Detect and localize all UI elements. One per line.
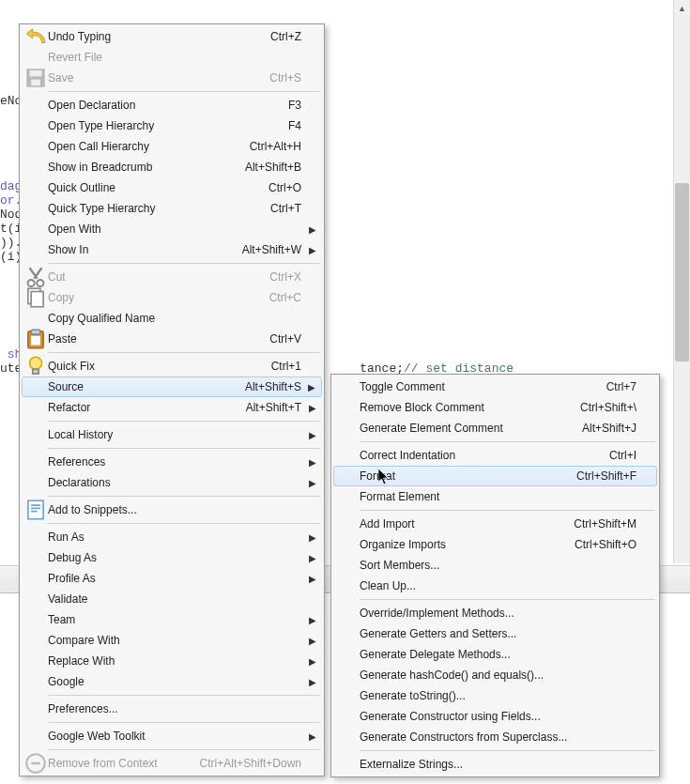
menu-item-label: Source: [48, 380, 217, 393]
main_menu-item-quick-type-hierarchy[interactable]: Quick Type HierarchyCtrl+T: [22, 198, 322, 219]
sub_menu-item-generate-element-comment[interactable]: Generate Element CommentAlt+Shift+J: [333, 418, 657, 438]
menu-item-label: Declarations: [48, 476, 301, 489]
menu-item-label: Generate Getters and Setters...: [360, 627, 636, 640]
main_menu-item-profile-as[interactable]: Profile As▶: [22, 568, 322, 589]
scroll-thumb[interactable]: [675, 183, 689, 361]
menu-item-label: Format Element: [360, 490, 636, 503]
main_menu-item-google-web-toolkit[interactable]: Google Web Toolkit▶: [22, 726, 322, 746]
sub_menu-item-correct-indentation[interactable]: Correct IndentationCtrl+I: [333, 445, 657, 466]
menu-item-label: References: [48, 455, 301, 469]
main_menu-item-debug-as[interactable]: Debug As▶: [22, 547, 322, 568]
main_menu-item-quick-outline[interactable]: Quick OutlineCtrl+O: [22, 177, 322, 198]
chevron-right-icon: ▶: [309, 430, 316, 440]
main_menu-item-refactor[interactable]: RefactorAlt+Shift+T▶: [22, 397, 322, 418]
main_menu-item-validate[interactable]: Validate: [22, 589, 322, 609]
main_menu-item-local-history[interactable]: Local History▶: [22, 424, 322, 445]
sub_menu-item-generate-getters-and-setters[interactable]: Generate Getters and Setters...: [333, 623, 657, 644]
menu-item-label: Open Type Hierarchy: [48, 119, 260, 132]
menu-item-shortcut: Alt+Shift+J: [582, 422, 636, 435]
menu-item-label: Open Declaration: [48, 99, 260, 112]
svg-rect-12: [28, 500, 43, 519]
main_menu-item-undo-typing[interactable]: Undo TypingCtrl+Z: [22, 26, 322, 47]
menu-item-label: Override/Implement Methods...: [360, 607, 636, 620]
vertical-scrollbar[interactable]: ▲: [673, 0, 690, 563]
paste-icon: [23, 327, 48, 351]
menu-item-shortcut: Ctrl+V: [269, 332, 301, 346]
svg-rect-11: [33, 369, 39, 374]
chevron-right-icon: ▶: [308, 382, 315, 392]
main_menu-item-run-as[interactable]: Run As▶: [22, 527, 322, 547]
sub_menu-item-format[interactable]: FormatCtrl+Shift+F: [333, 466, 657, 486]
menu-item-shortcut: Ctrl+Alt+H: [250, 140, 301, 153]
menu-item-label: Quick Type Hierarchy: [48, 202, 242, 215]
chevron-right-icon: ▶: [309, 478, 316, 488]
sub_menu-item-generate-constructor-using-fields[interactable]: Generate Constructor using Fields...: [333, 706, 657, 727]
main_menu-item-open-call-hierarchy[interactable]: Open Call HierarchyCtrl+Alt+H: [22, 136, 322, 157]
main_menu-item-source[interactable]: SourceAlt+Shift+S▶: [22, 377, 322, 397]
source-submenu[interactable]: Toggle CommentCtrl+7Remove Block Comment…: [330, 374, 660, 777]
menu-item-label: Remove Block Comment: [360, 401, 552, 414]
menu-item-label: Add to Snippets...: [48, 503, 301, 516]
main_menu-item-open-declaration[interactable]: Open DeclarationF3: [22, 95, 322, 115]
main_menu-item-copy: CopyCtrl+C: [22, 287, 322, 308]
undo-icon: [23, 24, 48, 49]
sub_menu-item-externalize-strings[interactable]: Externalize Strings...: [333, 754, 657, 775]
menu-item-shortcut: F4: [288, 119, 301, 132]
sub_menu-item-generate-tostring[interactable]: Generate toString()...: [333, 685, 657, 706]
menu-item-label: Toggle Comment: [360, 380, 578, 393]
chevron-right-icon: ▶: [309, 532, 316, 543]
main_menu-item-copy-qualified-name[interactable]: Copy Qualified Name: [22, 308, 322, 329]
sub_menu-item-add-import[interactable]: Add ImportCtrl+Shift+M: [333, 514, 657, 534]
menu-separator: [48, 523, 320, 524]
context-menu[interactable]: Undo TypingCtrl+ZRevert FileSaveCtrl+SOp…: [19, 23, 325, 776]
menu-item-label: Generate Constructor using Fields...: [360, 710, 636, 723]
menu-item-label: Undo Typing: [48, 30, 242, 43]
menu-item-shortcut: Ctrl+T: [270, 202, 301, 215]
main_menu-item-open-type-hierarchy[interactable]: Open Type HierarchyF4: [22, 115, 322, 136]
menu-item-label: Preferences...: [48, 702, 301, 715]
sub_menu-item-generate-hashcode-and-equals[interactable]: Generate hashCode() and equals()...: [333, 665, 657, 685]
menu-item-shortcut: F3: [288, 99, 301, 112]
scroll-up-button[interactable]: ▲: [674, 0, 690, 16]
sub_menu-item-organize-imports[interactable]: Organize ImportsCtrl+Shift+O: [333, 534, 657, 555]
sub_menu-item-format-element[interactable]: Format Element: [333, 486, 657, 507]
main_menu-item-references[interactable]: References▶: [22, 452, 322, 472]
menu-separator: [48, 448, 320, 449]
menu-item-label: Cut: [48, 270, 241, 284]
menu-item-shortcut: Ctrl+Shift+F: [576, 469, 636, 483]
menu-separator: [48, 722, 320, 723]
main_menu-item-replace-with[interactable]: Replace With▶: [22, 651, 322, 671]
main_menu-item-add-to-snippets[interactable]: Add to Snippets...: [22, 500, 322, 520]
main_menu-item-show-in[interactable]: Show InAlt+Shift+W▶: [22, 239, 322, 260]
menu-item-label: Sort Members...: [360, 559, 636, 572]
menu-item-shortcut: Ctrl+X: [269, 270, 301, 284]
sub_menu-item-override-implement-methods[interactable]: Override/Implement Methods...: [333, 603, 657, 623]
menu-item-label: Validate: [48, 592, 301, 606]
snippet-icon: [23, 498, 48, 522]
sub_menu-item-generate-delegate-methods[interactable]: Generate Delegate Methods...: [333, 644, 657, 665]
main_menu-item-preferences[interactable]: Preferences...: [22, 699, 322, 719]
sub_menu-item-toggle-comment[interactable]: Toggle CommentCtrl+7: [333, 377, 657, 397]
menu-item-label: Replace With: [48, 654, 301, 668]
main_menu-item-google[interactable]: Google▶: [22, 671, 322, 692]
sub_menu-item-clean-up[interactable]: Clean Up...: [333, 576, 657, 596]
sub_menu-item-sort-members[interactable]: Sort Members...: [333, 555, 657, 576]
main_menu-item-paste[interactable]: PasteCtrl+V: [22, 329, 322, 349]
svg-rect-2: [31, 80, 40, 86]
menu-item-shortcut: Ctrl+Z: [270, 30, 301, 43]
sub_menu-item-remove-block-comment[interactable]: Remove Block CommentCtrl+Shift+\: [333, 397, 657, 418]
menu-separator: [48, 421, 320, 422]
main_menu-item-quick-fix[interactable]: Quick FixCtrl+1: [22, 356, 322, 377]
main_menu-item-show-in-breadcrumb[interactable]: Show in BreadcrumbAlt+Shift+B: [22, 157, 322, 177]
main_menu-item-team[interactable]: Team▶: [22, 609, 322, 630]
menu-item-label: Refactor: [48, 401, 218, 414]
main_menu-item-declarations[interactable]: Declarations▶: [22, 472, 322, 493]
main_menu-item-compare-with[interactable]: Compare With▶: [22, 630, 322, 651]
menu-item-shortcut: Ctrl+Shift+O: [575, 538, 636, 551]
sub_menu-item-generate-constructors-from-superclass[interactable]: Generate Constructors from Superclass...: [333, 727, 657, 747]
main_menu-item-open-with[interactable]: Open With▶: [22, 219, 322, 239]
main_menu-item-revert-file: Revert File: [22, 47, 322, 68]
menu-item-label: Open With: [48, 223, 301, 236]
menu-item-label: Format: [360, 469, 548, 483]
chevron-right-icon: ▶: [309, 457, 316, 468]
